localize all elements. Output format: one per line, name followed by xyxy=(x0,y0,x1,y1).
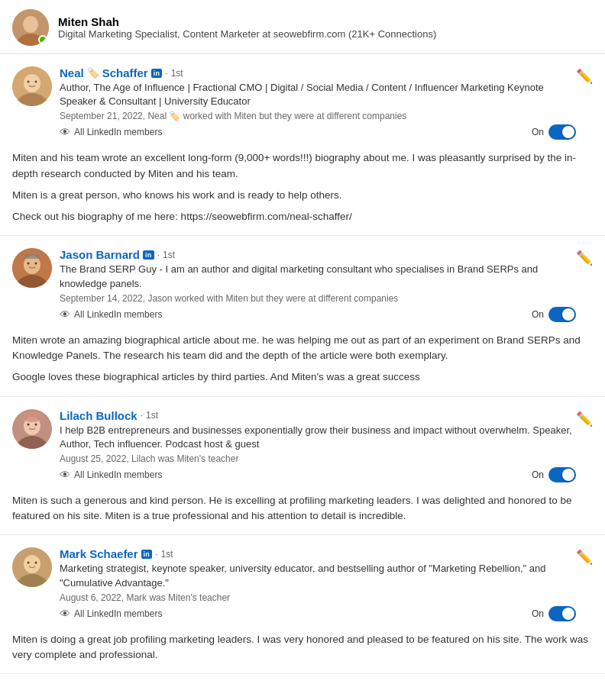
rec-header-mark: Mark Schaefer in · 1st Marketing strateg… xyxy=(12,547,593,627)
rec-body-para-2: Miten is a great person, who knows his w… xyxy=(12,188,593,203)
avatar-neal xyxy=(12,66,52,106)
avatar-mark xyxy=(12,547,52,587)
eye-icon-jason: 👁 xyxy=(60,308,70,321)
rec-name-jason[interactable]: Jason Barnard xyxy=(60,248,140,261)
avatar-lilach xyxy=(12,409,52,449)
svg-point-7 xyxy=(35,81,37,83)
rec-headline-lilach: I help B2B entrepreneurs and businesses … xyxy=(60,424,576,451)
rec-header-left-jason: Jason Barnard in · 1st The Brand SERP Gu… xyxy=(12,248,576,327)
connection-mark: 1st xyxy=(161,549,173,560)
profile-header: Miten Shah Digital Marketing Specialist,… xyxy=(0,0,605,54)
rec-name-row-mark: Mark Schaefer in · 1st xyxy=(60,547,576,560)
rec-headline-neal: Author, The Age of Influence | Fractiona… xyxy=(60,81,576,108)
rec-card-mark: Mark Schaefer in · 1st Marketing strateg… xyxy=(0,535,605,674)
rec-card-neal: Neal 🏷️ Schaffer in · 1st Author, The Ag… xyxy=(0,54,605,236)
svg-point-19 xyxy=(21,411,43,422)
visibility-text-jason: All LinkedIn members xyxy=(74,309,162,320)
svg-rect-13 xyxy=(24,254,40,259)
rec-body-jason: Miten wrote an amazing biographical arti… xyxy=(12,333,593,385)
connection-jason: 1st xyxy=(163,250,175,260)
rec-headline-jason: The Brand SERP Guy - I am an author and … xyxy=(60,263,576,290)
edit-icon-jason[interactable]: ✏️ xyxy=(576,250,593,266)
visibility-text-lilach: All LinkedIn members xyxy=(74,469,162,480)
rec-name-row-lilach: Lilach Bullock · 1st xyxy=(60,409,576,422)
toggle-row-mark: On xyxy=(532,606,576,621)
header-avatar xyxy=(12,9,49,46)
rec-meta-neal: Neal 🏷️ Schaffer in · 1st Author, The Ag… xyxy=(60,66,576,146)
toggle-label-lilach: On xyxy=(532,469,544,480)
rec-visibility-row-neal: 👁 All LinkedIn members On xyxy=(60,124,576,140)
rec-body-para-1: Miten and his team wrote an excellent lo… xyxy=(12,150,593,182)
edit-icon-lilach[interactable]: ✏️ xyxy=(576,411,593,427)
rec-visibility-row-mark: 👁 All LinkedIn members On xyxy=(60,606,576,621)
svg-point-6 xyxy=(28,81,30,83)
svg-point-1 xyxy=(23,16,38,33)
rec-headline-mark: Marketing strategist, keynote speaker, u… xyxy=(60,562,576,589)
avatar-jason xyxy=(12,248,52,288)
visibility-left-lilach: 👁 All LinkedIn members xyxy=(60,469,162,481)
degree-dot-jason: · xyxy=(157,250,160,260)
linkedin-badge-neal: in xyxy=(151,69,163,78)
rec-header-neal: Neal 🏷️ Schaffer in · 1st Author, The Ag… xyxy=(12,66,593,146)
degree-dot-mark: · xyxy=(155,549,157,560)
connection-lilach: 1st xyxy=(146,410,158,421)
rec-body-mark: Miten is doing a great job profiling mar… xyxy=(12,632,593,663)
rec-header-left-lilach: Lilach Bullock · 1st I help B2B entrepre… xyxy=(12,409,576,489)
rec-date-mark: August 6, 2022, Mark was Miten's teacher xyxy=(60,592,576,603)
rec-name-neal[interactable]: Neal xyxy=(60,66,84,79)
rec-body-jason-1: Miten wrote an amazing biographical arti… xyxy=(12,333,593,364)
toggle-label-mark: On xyxy=(532,608,544,619)
rec-body-jason-2: Google loves these biographical articles… xyxy=(12,369,593,385)
degree-dot-lilach: · xyxy=(141,410,143,421)
toggle-row-neal: On xyxy=(532,124,576,140)
rec-date-jason: September 14, 2022, Jason worked with Mi… xyxy=(60,293,576,304)
recommendations-list: Neal 🏷️ Schaffer in · 1st Author, The Ag… xyxy=(0,54,605,674)
rec-name-lilach[interactable]: Lilach Bullock xyxy=(60,409,138,422)
toggle-knob-lilach xyxy=(562,469,574,481)
toggle-switch-lilach[interactable] xyxy=(548,467,576,482)
visibility-left-neal: 👁 All LinkedIn members xyxy=(60,126,162,138)
toggle-label-neal: On xyxy=(532,127,544,137)
connection-neal: 1st xyxy=(171,68,183,79)
svg-point-24 xyxy=(35,562,37,564)
visibility-text-mark: All LinkedIn members xyxy=(74,608,162,619)
page-wrapper: Miten Shah Digital Marketing Specialist,… xyxy=(0,0,605,700)
rec-date-lilach: August 25, 2022, Lilach was Miten's teac… xyxy=(60,453,576,464)
rec-lastname-neal[interactable]: Schaffer xyxy=(102,66,148,79)
svg-point-12 xyxy=(35,263,37,265)
rec-date-neal: September 21, 2022, Neal 🏷️ worked with … xyxy=(60,111,576,121)
eye-icon-neal: 👁 xyxy=(60,126,70,138)
eye-icon-lilach: 👁 xyxy=(60,469,70,481)
svg-point-17 xyxy=(28,423,30,425)
header-title: Digital Marketing Specialist, Content Ma… xyxy=(58,28,436,40)
rec-body-lilach: Miten is such a generous and kind person… xyxy=(12,493,593,524)
toggle-switch-jason[interactable] xyxy=(548,307,576,322)
edit-icon-mark[interactable]: ✏️ xyxy=(576,549,593,566)
visibility-text-neal: All LinkedIn members xyxy=(74,127,162,137)
rec-header-left-mark: Mark Schaefer in · 1st Marketing strateg… xyxy=(12,547,576,627)
rec-visibility-row-lilach: 👁 All LinkedIn members On xyxy=(60,467,576,482)
edit-icon-neal[interactable]: ✏️ xyxy=(576,68,593,85)
toggle-knob-jason xyxy=(562,308,574,321)
rec-header-jason: Jason Barnard in · 1st The Brand SERP Gu… xyxy=(12,248,593,327)
svg-point-23 xyxy=(28,562,30,564)
rec-body-mark-1: Miten is doing a great job profiling mar… xyxy=(12,632,593,663)
rec-card-jason: Jason Barnard in · 1st The Brand SERP Gu… xyxy=(0,236,605,396)
rec-name-row-neal: Neal 🏷️ Schaffer in · 1st xyxy=(60,66,576,79)
toggle-switch-neal[interactable] xyxy=(548,124,576,140)
online-indicator xyxy=(38,35,47,44)
svg-point-11 xyxy=(28,263,30,265)
svg-point-18 xyxy=(35,423,37,425)
toggle-switch-mark[interactable] xyxy=(548,606,576,621)
rec-name-mark[interactable]: Mark Schaefer xyxy=(60,547,138,560)
linkedin-badge-mark: in xyxy=(141,550,153,559)
rec-meta-lilach: Lilach Bullock · 1st I help B2B entrepre… xyxy=(60,409,576,489)
toggle-row-lilach: On xyxy=(532,467,576,482)
rec-meta-jason: Jason Barnard in · 1st The Brand SERP Gu… xyxy=(60,248,576,327)
rec-name-row-jason: Jason Barnard in · 1st xyxy=(60,248,576,261)
rec-header-lilach: Lilach Bullock · 1st I help B2B entrepre… xyxy=(12,409,593,489)
header-name: Miten Shah xyxy=(58,15,436,28)
visibility-left-mark: 👁 All LinkedIn members xyxy=(60,608,162,620)
rec-visibility-row-jason: 👁 All LinkedIn members On xyxy=(60,307,576,322)
eye-icon-mark: 👁 xyxy=(60,608,70,620)
